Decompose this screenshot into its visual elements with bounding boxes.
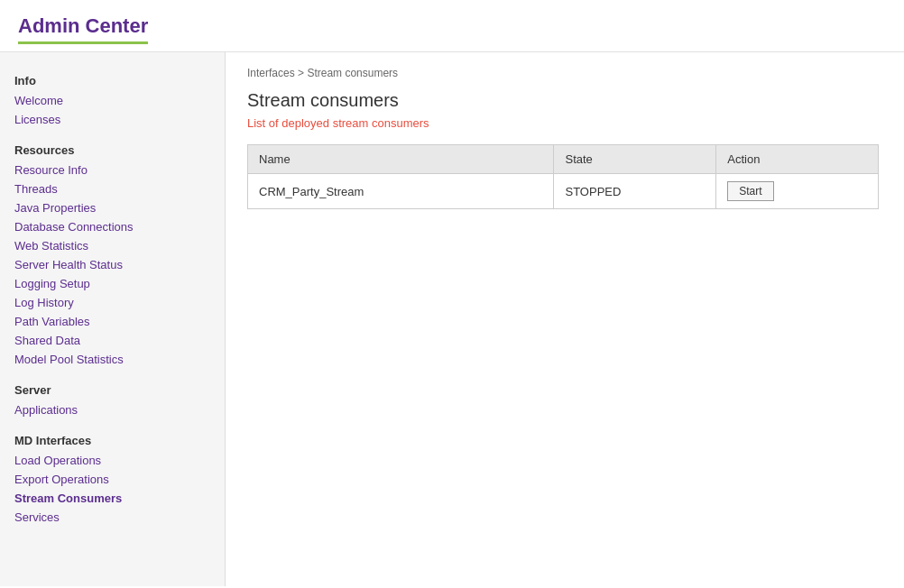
breadcrumb: Interfaces > Stream consumers — [247, 67, 882, 79]
sidebar-item-welcome[interactable]: Welcome — [0, 91, 225, 110]
start-button[interactable]: Start — [727, 181, 773, 201]
sidebar-item-resource-info[interactable]: Resource Info — [0, 161, 225, 179]
breadcrumb-current: Stream consumers — [307, 67, 398, 79]
sidebar-item-applications[interactable]: Applications — [0, 400, 225, 419]
sidebar-item-server-health-status[interactable]: Server Health Status — [0, 255, 225, 274]
sidebar-item-java-properties[interactable]: Java Properties — [0, 198, 225, 217]
breadcrumb-parent[interactable]: Interfaces — [247, 67, 295, 79]
sidebar-item-export-operations[interactable]: Export Operations — [0, 470, 225, 489]
col-header-name: Name — [248, 145, 554, 174]
main-content: Interfaces > Stream consumers Stream con… — [226, 52, 904, 586]
table-row: CRM_Party_StreamSTOPPEDStart — [248, 174, 879, 209]
page-title: Stream consumers — [247, 90, 882, 111]
sidebar-item-shared-data[interactable]: Shared Data — [0, 331, 225, 350]
sidebar-item-services[interactable]: Services — [0, 508, 225, 527]
sidebar-item-model-pool-statistics[interactable]: Model Pool Statistics — [0, 350, 225, 369]
breadcrumb-separator: > — [298, 67, 304, 79]
col-header-action: Action — [716, 145, 879, 174]
sidebar: InfoWelcomeLicensesResourcesResource Inf… — [0, 52, 226, 586]
sidebar-item-path-variables[interactable]: Path Variables — [0, 312, 225, 331]
sidebar-item-database-connections[interactable]: Database Connections — [0, 217, 225, 236]
sidebar-item-stream-consumers[interactable]: Stream Consumers — [0, 489, 225, 508]
sidebar-section-title-server: Server — [0, 376, 225, 400]
app-title: Admin Center — [18, 14, 148, 44]
layout: InfoWelcomeLicensesResourcesResource Inf… — [0, 52, 904, 586]
col-header-state: State — [554, 145, 716, 174]
sidebar-section-title-info: Info — [0, 67, 225, 91]
cell-stream-state: STOPPED — [554, 174, 716, 209]
sidebar-item-logging-setup[interactable]: Logging Setup — [0, 274, 225, 293]
sidebar-item-load-operations[interactable]: Load Operations — [0, 451, 225, 470]
cell-stream-name: CRM_Party_Stream — [248, 174, 554, 209]
sidebar-section-title-md-interfaces: MD Interfaces — [0, 427, 225, 451]
stream-consumers-table: Name State Action CRM_Party_StreamSTOPPE… — [247, 144, 879, 209]
page-subtitle: List of deployed stream consumers — [247, 116, 882, 130]
table-header: Name State Action — [248, 145, 879, 174]
cell-stream-action: Start — [716, 174, 879, 209]
sidebar-section-title-resources: Resources — [0, 136, 225, 161]
header: Admin Center — [0, 0, 904, 52]
table-body: CRM_Party_StreamSTOPPEDStart — [248, 174, 879, 209]
sidebar-item-web-statistics[interactable]: Web Statistics — [0, 236, 225, 255]
sidebar-item-threads[interactable]: Threads — [0, 179, 225, 198]
table-header-row: Name State Action — [248, 145, 879, 174]
sidebar-item-log-history[interactable]: Log History — [0, 293, 225, 312]
sidebar-item-licenses[interactable]: Licenses — [0, 110, 225, 129]
